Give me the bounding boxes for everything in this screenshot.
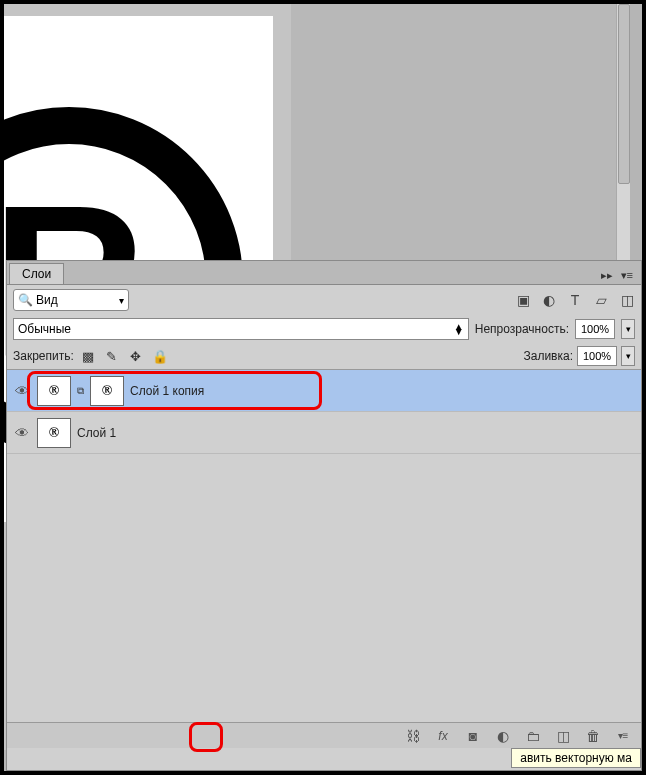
tooltip: авить векторную ма (511, 748, 641, 768)
tab-layers[interactable]: Слои (9, 263, 64, 284)
filter-smart-icon[interactable]: ◫ (619, 292, 635, 308)
delete-icon[interactable]: 🗑 (585, 728, 601, 744)
mask-link-icon[interactable]: ⧉ (77, 385, 84, 397)
lock-all-icon[interactable]: 🔒 (152, 348, 168, 364)
layer-filter-select[interactable]: 🔍 Вид ▾ (13, 289, 129, 311)
new-layer-icon[interactable]: ◫ (555, 728, 571, 744)
lock-label: Закрепить: (13, 349, 74, 363)
filter-pixel-icon[interactable]: ▣ (515, 292, 531, 308)
expand-icon[interactable]: ▸▸ (597, 267, 617, 284)
blend-mode-select[interactable]: Обычные ▲▼ (13, 318, 469, 340)
layers-panel: Слои ▸▸ ▾≡ 🔍 Вид ▾ ▣ ◐ T ▱ ◫ Обычные (6, 260, 642, 771)
adjustment-icon[interactable]: ◐ (495, 728, 511, 744)
blend-mode-value: Обычные (18, 322, 71, 336)
layer-thumbnail[interactable]: ® (37, 418, 71, 448)
search-icon: 🔍 (18, 293, 33, 307)
scrollbar-thumb[interactable] (618, 4, 630, 184)
link-layers-icon[interactable]: ⛓ (405, 728, 421, 744)
panel-menu-icon[interactable]: ▾≡ (617, 267, 637, 284)
layer-name[interactable]: Слой 1 копия (130, 384, 204, 398)
layer-row[interactable]: 👁 ® ⧉ ® Слой 1 копия (7, 370, 641, 412)
layer-row[interactable]: 👁 ® Слой 1 (7, 412, 641, 454)
layers-list: 👁 ® ⧉ ® Слой 1 копия 👁 ® Слой 1 (7, 369, 641, 454)
visibility-icon[interactable]: 👁 (13, 383, 31, 399)
lock-transparency-icon[interactable]: ▩ (80, 348, 96, 364)
layer-thumbnail[interactable]: ® (37, 376, 71, 406)
filter-adjust-icon[interactable]: ◐ (541, 292, 557, 308)
chevron-updown-icon: ▲▼ (454, 324, 464, 334)
lock-position-icon[interactable]: ✥ (128, 348, 144, 364)
panel-menu-icon[interactable]: ▾≡ (615, 728, 631, 744)
opacity-chevron[interactable]: ▾ (621, 319, 635, 339)
chevron-updown-icon: ▾ (119, 295, 124, 306)
filter-type-icon[interactable]: T (567, 292, 583, 308)
add-mask-icon[interactable]: ◙ (465, 728, 481, 744)
filter-label: Вид (36, 293, 58, 307)
fill-input[interactable]: 100% (577, 346, 617, 366)
fill-label: Заливка: (523, 349, 573, 363)
group-icon[interactable]: 🗀 (525, 728, 541, 744)
layer-name[interactable]: Слой 1 (77, 426, 116, 440)
opacity-label: Непрозрачность: (475, 322, 569, 336)
fx-icon[interactable]: fx (435, 728, 451, 744)
fill-chevron[interactable]: ▾ (621, 346, 635, 366)
lock-pixels-icon[interactable]: ✎ (104, 348, 120, 364)
mask-thumbnail[interactable]: ® (90, 376, 124, 406)
filter-shape-icon[interactable]: ▱ (593, 292, 609, 308)
layers-bottom-bar: ⛓ fx ◙ ◐ 🗀 ◫ 🗑 ▾≡ (7, 722, 641, 748)
opacity-input[interactable]: 100% (575, 319, 615, 339)
visibility-icon[interactable]: 👁 (13, 425, 31, 441)
